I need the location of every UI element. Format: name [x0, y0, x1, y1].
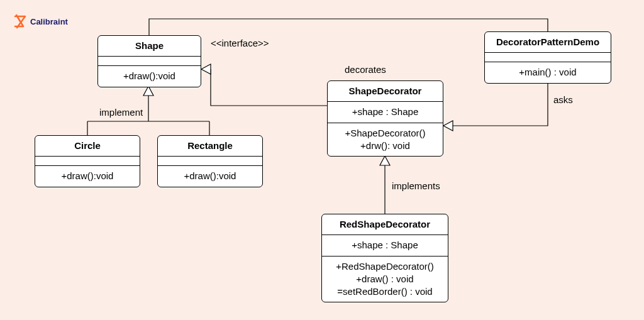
logo-icon — [14, 14, 26, 29]
svg-marker-3 — [380, 156, 390, 165]
class-shape-attrs — [98, 56, 201, 65]
svg-marker-1 — [201, 64, 211, 74]
label-asks: asks — [553, 94, 573, 105]
class-circle-attrs — [35, 156, 140, 165]
class-circle-ops: +draw():void — [35, 165, 140, 186]
brand-name: Calibraint — [30, 17, 68, 26]
class-demo-name: DecoratorPatternDemo — [485, 32, 611, 52]
op-line: +drw(): void — [334, 140, 436, 152]
class-demo-ops: +main() : void — [485, 62, 611, 82]
class-rectangle-ops: +draw():void — [158, 165, 262, 186]
class-rectangle-attrs — [158, 156, 262, 165]
class-redshapedecorator: RedShapeDecorator +shape : Shape +RedSha… — [321, 214, 448, 302]
class-red-ops: +RedShapeDecorator() +draw() : void =set… — [322, 256, 448, 302]
class-shape-ops: +draw():void — [98, 65, 201, 86]
op-line: +draw() : void — [328, 273, 441, 285]
class-circle: Circle +draw():void — [35, 135, 140, 187]
label-implements: implements — [392, 180, 440, 191]
op-line: +RedShapeDecorator() — [328, 260, 441, 273]
class-shapedecorator-ops: +ShapeDecorator() +drw(): void — [328, 123, 443, 157]
class-shapedecorator-name: ShapeDecorator — [328, 81, 443, 101]
op-line: +ShapeDecorator() — [334, 127, 436, 140]
op-line: =setRedBorder() : void — [328, 285, 441, 298]
class-shape-name: Shape — [98, 36, 201, 56]
stereotype-interface: <<interface>> — [211, 38, 269, 48]
class-shape: Shape +draw():void — [97, 35, 201, 87]
svg-marker-0 — [143, 86, 153, 96]
class-rectangle: Rectangle +draw():void — [157, 135, 263, 187]
class-red-attrs: +shape : Shape — [322, 234, 448, 255]
class-shapedecorator: ShapeDecorator +shape : Shape +ShapeDeco… — [327, 80, 443, 157]
class-rectangle-name: Rectangle — [158, 136, 262, 156]
class-demo: DecoratorPatternDemo +main() : void — [484, 31, 611, 84]
svg-marker-2 — [443, 121, 453, 131]
label-implement: implement — [99, 107, 143, 118]
uml-diagram: Calibraint <<interface>> Shape + — [0, 0, 644, 320]
class-shapedecorator-attrs: +shape : Shape — [328, 101, 443, 122]
class-demo-attrs — [485, 52, 611, 62]
class-red-name: RedShapeDecorator — [322, 214, 448, 234]
label-decorates: decorates — [345, 64, 386, 75]
class-circle-name: Circle — [35, 136, 140, 156]
brand-logo: Calibraint — [14, 14, 68, 29]
